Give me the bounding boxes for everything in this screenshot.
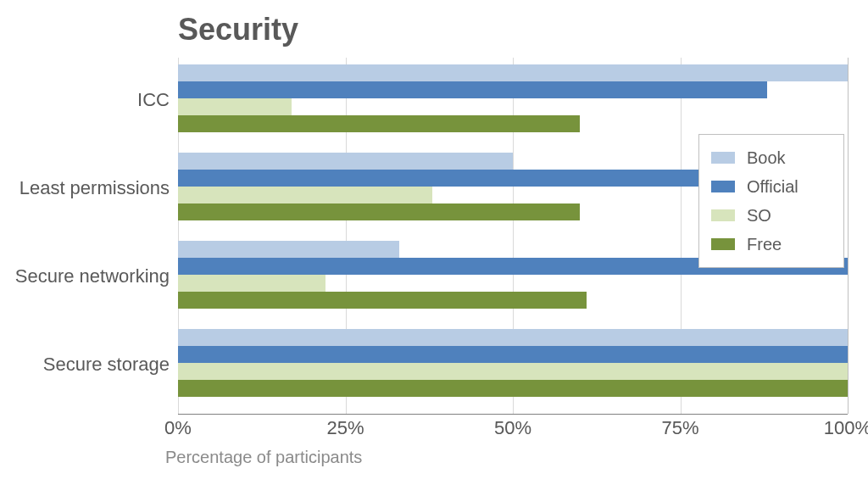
legend-label-so: SO <box>747 206 771 226</box>
legend-item-free: Free <box>711 230 832 259</box>
bar-sn-book <box>178 241 399 258</box>
bar-lp-book <box>178 153 513 170</box>
bar-ss-book <box>178 329 848 346</box>
bar-lp-official <box>178 170 714 187</box>
chart-title: Security <box>178 12 298 47</box>
x-tick-25: 25% <box>326 417 364 439</box>
x-tick-100: 100% <box>824 417 868 439</box>
x-axis-line <box>178 414 848 415</box>
legend: Book Official SO Free <box>698 134 844 268</box>
y-tick-secure-networking: Secure networking <box>8 266 170 287</box>
group-secure-storage <box>178 329 848 410</box>
y-tick-least-permissions: Least permissions <box>8 178 170 198</box>
legend-item-book: Book <box>711 143 832 172</box>
bar-ss-free <box>178 380 848 397</box>
bar-ss-so <box>178 363 848 380</box>
y-tick-icc: ICC <box>8 90 170 110</box>
swatch-so <box>711 209 735 221</box>
bar-sn-free <box>178 292 587 309</box>
bar-lp-so <box>178 187 432 203</box>
swatch-free <box>711 238 735 250</box>
bar-lp-free <box>178 203 580 220</box>
bar-icc-official <box>178 81 767 98</box>
gridline-100 <box>848 58 849 414</box>
x-tick-75: 75% <box>661 417 698 439</box>
bar-sn-so <box>178 275 326 292</box>
legend-label-book: Book <box>747 148 786 168</box>
x-axis-label: Percentage of participants <box>165 448 362 467</box>
bar-icc-book <box>178 64 848 81</box>
swatch-official <box>711 181 735 192</box>
legend-label-official: Official <box>747 177 798 197</box>
legend-item-so: SO <box>711 201 832 230</box>
security-bar-chart: Security ICC Least permissions Secure ne… <box>0 0 868 485</box>
y-tick-secure-storage: Secure storage <box>8 354 170 375</box>
plot-area: Book Official SO Free <box>178 58 848 414</box>
bar-icc-so <box>178 98 292 115</box>
bar-icc-free <box>178 115 580 132</box>
swatch-book <box>711 152 735 164</box>
legend-label-free: Free <box>747 235 782 254</box>
legend-item-official: Official <box>711 172 832 201</box>
x-tick-50: 50% <box>494 417 531 439</box>
x-tick-0: 0% <box>164 417 192 439</box>
bar-ss-official <box>178 346 848 363</box>
